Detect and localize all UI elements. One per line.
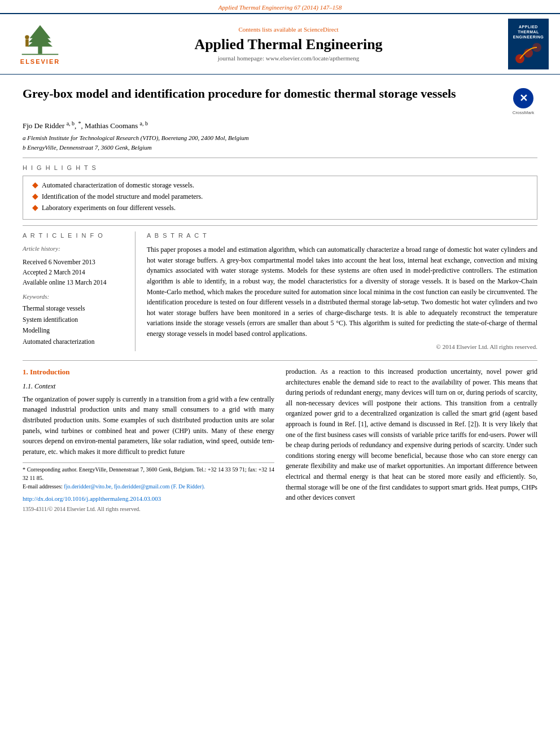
journal-main-title: Applied Thermal Engineering <box>77 36 500 53</box>
body-text-left: The organization of power supply is curr… <box>23 394 274 457</box>
crossmark-icon: ✕ <box>513 88 533 108</box>
body-right-col: production. As a reaction to this increa… <box>286 366 537 514</box>
journal-homepage: journal homepage: www.elsevier.com/locat… <box>77 54 500 63</box>
list-item: ◆ Laboratory experiments on four differe… <box>32 203 530 213</box>
footnote-divider <box>23 462 274 463</box>
affiliation-b: b EnergyVille, Dennenstraat 7, 3600 Genk… <box>23 143 537 152</box>
body-left-col: 1. Introduction 1.1. Context The organiz… <box>23 366 274 514</box>
affiliations: a Flemish Institute for Technological Re… <box>23 133 537 152</box>
svg-point-4 <box>25 35 29 39</box>
crossmark-label: CrossMark <box>513 110 535 116</box>
subsection-1-1: 1.1. Context <box>23 381 274 392</box>
svg-rect-5 <box>25 39 29 46</box>
sciencedirect-link: Contents lists available at ScienceDirec… <box>77 25 500 34</box>
elsevier-label: ELSEVIER <box>20 58 60 66</box>
thumb-title: APPLIEDTHERMALENGINEERING <box>513 24 544 40</box>
svg-rect-6 <box>22 54 59 55</box>
list-item: ◆ Automated characterization of domestic… <box>32 181 530 190</box>
highlights-section: H I G H L I G H T S ◆ Automated characte… <box>23 164 537 220</box>
divider-before-info <box>23 225 537 226</box>
abstract-label: A B S T R A C T <box>147 231 537 240</box>
copyright-line: © 2014 Elsevier Ltd. All rights reserved… <box>147 343 537 351</box>
section-1-heading: 1. Introduction <box>23 366 274 378</box>
bullet-icon: ◆ <box>32 203 38 213</box>
main-content: Grey-box model and identification proced… <box>0 75 560 525</box>
journal-thumb-image: APPLIEDTHERMALENGINEERING <box>508 19 549 69</box>
article-info-label: A R T I C L E I N F O <box>23 231 127 240</box>
highlights-list: ◆ Automated characterization of domestic… <box>30 181 530 212</box>
footnote-email: E-mail addresses: fjo.deridder@vito.be, … <box>23 482 274 491</box>
footnote-star: * Corresponding author. EnergyVille, Den… <box>23 465 274 482</box>
keywords-label: Keywords: <box>23 292 127 301</box>
authors: Fjo De Ridder a, b, *, Mathias Coomans a… <box>23 120 537 132</box>
body-text-right: production. As a reaction to this increa… <box>286 366 537 503</box>
abstract-text: This paper proposes a model and estimati… <box>147 244 537 339</box>
article-title-section: Grey-box model and identification proced… <box>23 86 537 116</box>
highlights-label: H I G H L I G H T S <box>23 164 537 172</box>
thumb-graphic-icon <box>514 42 542 64</box>
journal-thumbnail: APPLIEDTHERMALENGINEERING <box>506 19 551 69</box>
bullet-icon: ◆ <box>32 192 38 202</box>
list-item: Modelling <box>23 325 127 337</box>
keywords-list: Thermal storage vessels System identific… <box>23 303 127 347</box>
article-info-col: A R T I C L E I N F O Article history: R… <box>23 231 135 351</box>
available-date: Available online 13 March 2014 <box>23 277 127 287</box>
crossmark-logo: ✕ CrossMark <box>509 88 537 116</box>
abstract-col: A B S T R A C T This paper proposes a mo… <box>147 231 537 351</box>
journal-title-block: Contents lists available at ScienceDirec… <box>77 25 500 63</box>
journal-top-ref: Applied Thermal Engineering 67 (2014) 14… <box>0 0 560 13</box>
affiliation-a: a Flemish Institute for Technological Re… <box>23 133 537 143</box>
article-title: Grey-box model and identification proced… <box>23 86 504 102</box>
issn-line: 1359-4311/© 2014 Elsevier Ltd. All right… <box>23 505 274 514</box>
bullet-icon: ◆ <box>32 181 38 190</box>
body-columns: 1. Introduction 1.1. Context The organiz… <box>23 366 537 514</box>
article-history-label: Article history: <box>23 244 127 253</box>
received-date: Received 6 November 2013 <box>23 257 127 267</box>
divider-after-affiliations <box>23 158 537 158</box>
sciencedirect-name[interactable]: ScienceDirect <box>304 26 339 33</box>
list-item: Thermal storage vessels <box>23 303 127 314</box>
list-item: ◆ Identification of the model structure … <box>32 192 530 202</box>
elsevier-tree-icon <box>18 23 63 56</box>
list-item: System identification <box>23 314 127 326</box>
list-item: Automated characterization <box>23 337 127 348</box>
accepted-date: Accepted 2 March 2014 <box>23 267 127 277</box>
highlights-box: ◆ Automated characterization of domestic… <box>23 176 537 219</box>
divider-before-body <box>23 360 537 361</box>
elsevier-logo: ELSEVIER <box>9 23 71 66</box>
doi-link[interactable]: http://dx.doi.org/10.1016/j.applthermale… <box>23 494 274 504</box>
article-info-abstract: A R T I C L E I N F O Article history: R… <box>23 231 537 351</box>
svg-rect-0 <box>38 46 42 54</box>
journal-banner: ELSEVIER Contents lists available at Sci… <box>0 13 560 75</box>
